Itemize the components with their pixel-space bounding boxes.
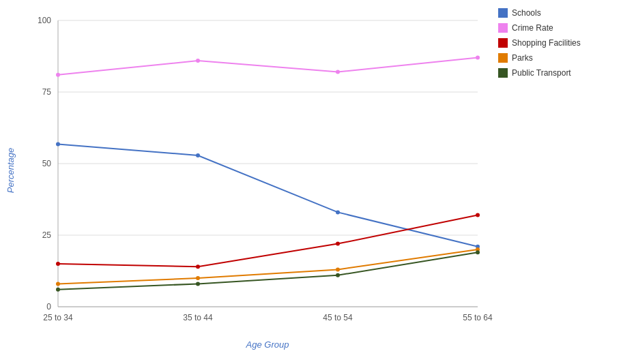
point-shopping-2 [196, 264, 200, 269]
line-schools [58, 145, 478, 247]
legend-label-schools: Schools [512, 8, 541, 18]
legend-swatch-shopping [498, 38, 508, 48]
y-axis-label: Percentage [5, 148, 16, 194]
line-crime-rate [58, 58, 478, 75]
y-tick-100: 100 [38, 16, 51, 25]
y-tick-75: 75 [42, 87, 52, 97]
x-tick-1: 25 to 34 [43, 313, 73, 322]
point-crime-3 [336, 70, 340, 74]
legend-swatch-crime [498, 23, 508, 33]
point-pt-3 [336, 273, 340, 277]
point-shopping-3 [336, 242, 340, 246]
y-tick-25: 25 [42, 230, 52, 240]
point-parks-1 [56, 282, 60, 286]
point-shopping-4 [476, 213, 480, 217]
legend-swatch-schools [498, 8, 508, 18]
x-tick-4: 55 to 64 [463, 313, 493, 322]
point-crime-2 [196, 59, 200, 63]
point-pt-1 [56, 288, 60, 292]
point-pt-4 [476, 250, 480, 254]
legend-swatch-parks [498, 53, 508, 63]
legend-label-pt: Public Transport [512, 68, 571, 78]
point-shopping-1 [56, 262, 60, 266]
y-tick-0: 0 [46, 302, 51, 312]
y-tick-50: 50 [42, 159, 52, 168]
point-pt-2 [196, 282, 200, 286]
point-schools-1 [56, 142, 60, 147]
point-parks-2 [196, 276, 200, 280]
point-parks-3 [336, 267, 340, 271]
point-schools-2 [196, 153, 200, 157]
legend-label-parks: Parks [512, 53, 533, 63]
legend-swatch-pt [498, 68, 508, 78]
x-tick-3: 45 to 54 [323, 313, 353, 322]
x-tick-2: 35 to 44 [183, 313, 213, 322]
point-schools-3 [336, 210, 340, 214]
point-crime-4 [476, 56, 480, 60]
chart-container: 0 25 50 75 100 25 to 34 35 to 44 45 to 5… [0, 0, 621, 364]
legend-label-shopping: Shopping Facilities [512, 38, 581, 48]
x-axis-label: Age Group [246, 339, 289, 350]
point-crime-1 [56, 73, 60, 77]
legend-label-crime: Crime Rate [512, 23, 553, 33]
